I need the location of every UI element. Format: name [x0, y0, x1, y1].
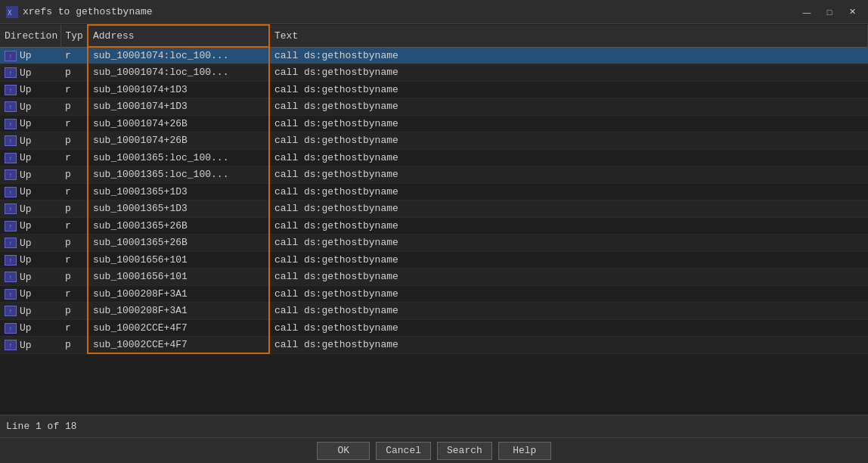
cell-type: r — [60, 251, 88, 269]
cell-type: r — [60, 47, 88, 64]
table-row[interactable]: ↑Uppsub_10001365:loc_100...call ds:getho… — [0, 166, 868, 184]
xref-icon: ↑ — [5, 169, 17, 180]
window-title: xrefs to gethostbyname — [23, 6, 797, 17]
xref-icon: ↑ — [5, 255, 17, 266]
table-row[interactable]: ↑Uprsub_10001365+1D3call ds:gethostbynam… — [0, 183, 868, 200]
cell-address: sub_10001365:loc_100... — [88, 166, 269, 184]
cell-type: p — [60, 98, 88, 116]
cell-type: p — [60, 235, 88, 252]
cell-direction: ↑Up — [0, 251, 60, 269]
cell-direction: ↑Up — [0, 132, 60, 150]
cell-direction: ↑Up — [0, 81, 60, 98]
cell-address: sub_10002CCE+4F7 — [88, 319, 269, 337]
window-controls: — □ ✕ — [797, 5, 862, 20]
table-row[interactable]: ↑Uppsub_1000208F+3A1call ds:gethostbynam… — [0, 303, 868, 320]
table-row[interactable]: ↑Uprsub_10001656+101call ds:gethostbynam… — [0, 251, 868, 269]
cell-text: call ds:gethostbyname — [269, 269, 868, 286]
cell-direction: ↑Up — [0, 98, 60, 116]
cell-text: call ds:gethostbyname — [269, 319, 868, 337]
cell-type: r — [60, 149, 88, 166]
cell-address: sub_10001074:loc_100... — [88, 47, 269, 64]
cell-text: call ds:gethostbyname — [269, 303, 868, 320]
cell-direction: ↑Up — [0, 235, 60, 252]
cell-text: call ds:gethostbyname — [269, 251, 868, 269]
help-button[interactable]: Help — [498, 442, 551, 460]
xref-icon: ↑ — [5, 153, 17, 163]
xref-icon: ↑ — [5, 221, 17, 232]
table-row[interactable]: ↑Uppsub_10001365+1D3call ds:gethostbynam… — [0, 200, 868, 218]
svg-text:X: X — [8, 9, 12, 17]
table-row[interactable]: ↑Uppsub_10001656+101call ds:gethostbynam… — [0, 269, 868, 286]
cell-address: sub_10001074+26B — [88, 115, 269, 132]
minimize-button[interactable]: — — [797, 5, 817, 20]
cell-text: call ds:gethostbyname — [269, 166, 868, 184]
cell-address: sub_10001656+101 — [88, 251, 269, 269]
xref-icon: ↑ — [5, 135, 17, 146]
cell-type: r — [60, 115, 88, 132]
cell-address: sub_10001074:loc_100... — [88, 64, 269, 82]
cell-address: sub_10001365+26B — [88, 217, 269, 235]
table-row[interactable]: ↑Uppsub_10001365+26Bcall ds:gethostbynam… — [0, 235, 868, 252]
cell-type: p — [60, 64, 88, 82]
close-button[interactable]: ✕ — [842, 5, 862, 20]
xref-icon: ↑ — [5, 101, 17, 112]
table-row[interactable]: ↑Uprsub_10002CCE+4F7call ds:gethostbynam… — [0, 319, 868, 337]
table-row[interactable]: ↑Uprsub_10001074+1D3call ds:gethostbynam… — [0, 81, 868, 98]
col-text[interactable]: Text — [269, 25, 868, 47]
cell-text: call ds:gethostbyname — [269, 47, 868, 64]
cancel-button[interactable]: Cancel — [376, 442, 431, 460]
cell-type: r — [60, 217, 88, 235]
ok-button[interactable]: OK — [317, 442, 370, 460]
col-address[interactable]: Address — [88, 25, 269, 47]
cell-direction: ↑Up — [0, 64, 60, 82]
table-row[interactable]: ↑Uppsub_10001074+1D3call ds:gethostbynam… — [0, 98, 868, 116]
xref-icon: ↑ — [5, 238, 17, 248]
cell-address: sub_10001365+26B — [88, 235, 269, 252]
cell-address: sub_10001074+26B — [88, 132, 269, 150]
cell-type: p — [60, 303, 88, 320]
xref-icon: ↑ — [5, 85, 17, 95]
xref-icon: ↑ — [5, 340, 17, 350]
col-direction[interactable]: Direction — [0, 25, 60, 47]
search-button[interactable]: Search — [437, 442, 492, 460]
cell-direction: ↑Up — [0, 149, 60, 166]
cell-type: p — [60, 132, 88, 150]
window-icon: X — [6, 6, 18, 18]
table-row[interactable]: ↑Uppsub_10002CCE+4F7call ds:gethostbynam… — [0, 337, 868, 354]
cell-text: call ds:gethostbyname — [269, 337, 868, 354]
table-row[interactable]: ↑Uprsub_10001074+26Bcall ds:gethostbynam… — [0, 115, 868, 132]
cell-address: sub_10001365+1D3 — [88, 183, 269, 200]
cell-text: call ds:gethostbyname — [269, 98, 868, 116]
table-row[interactable]: ↑Uprsub_10001074:loc_100...call ds:getho… — [0, 47, 868, 64]
xref-icon: ↑ — [5, 323, 17, 334]
cell-type: r — [60, 285, 88, 303]
xref-icon: ↑ — [5, 67, 17, 78]
cell-address: sub_1000208F+3A1 — [88, 285, 269, 303]
cell-direction: ↑Up — [0, 285, 60, 303]
table-row[interactable]: ↑Uppsub_10001074:loc_100...call ds:getho… — [0, 64, 868, 82]
cell-type: p — [60, 337, 88, 354]
xref-icon: ↑ — [5, 51, 17, 61]
status-text: Line 1 of 18 — [6, 421, 77, 432]
maximize-button[interactable]: □ — [820, 5, 839, 20]
cell-direction: ↑Up — [0, 115, 60, 132]
table-body: ↑Uprsub_10001074:loc_100...call ds:getho… — [0, 47, 868, 353]
cell-type: r — [60, 81, 88, 98]
col-type[interactable]: Typ — [60, 25, 88, 47]
table-row[interactable]: ↑Uppsub_10001074+26Bcall ds:gethostbynam… — [0, 132, 868, 150]
xrefs-table: Direction Typ Address Text ↑Uprsub_10001… — [0, 24, 868, 354]
cell-type: r — [60, 183, 88, 200]
button-bar: OK Cancel Search Help — [0, 437, 868, 463]
xref-icon: ↑ — [5, 119, 17, 129]
cell-type: p — [60, 269, 88, 286]
table-row[interactable]: ↑Uprsub_10001365:loc_100...call ds:getho… — [0, 149, 868, 166]
table-row[interactable]: ↑Uprsub_10001365+26Bcall ds:gethostbynam… — [0, 217, 868, 235]
cell-text: call ds:gethostbyname — [269, 235, 868, 252]
cell-address: sub_10001365+1D3 — [88, 200, 269, 218]
table-row[interactable]: ↑Uprsub_1000208F+3A1call ds:gethostbynam… — [0, 285, 868, 303]
xref-icon: ↑ — [5, 289, 17, 300]
cell-text: call ds:gethostbyname — [269, 149, 868, 166]
cell-direction: ↑Up — [0, 269, 60, 286]
cell-text: call ds:gethostbyname — [269, 64, 868, 82]
xref-icon: ↑ — [5, 187, 17, 197]
